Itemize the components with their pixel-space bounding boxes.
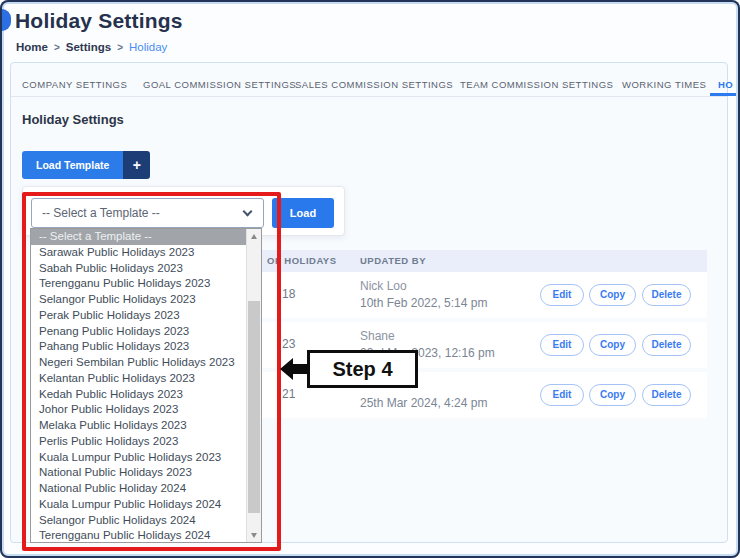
delete-button[interactable]: Delete (642, 384, 691, 406)
edit-button[interactable]: Edit (540, 284, 584, 306)
column-header-updated-by: UPDATED BY (360, 250, 426, 272)
dropdown-option[interactable]: Johor Public Holidays 2023 (31, 402, 246, 418)
dropdown-option[interactable]: Kelantan Public Holidays 2023 (31, 371, 246, 387)
dropdown-option[interactable]: Kuala Lumpur Public Holidays 2023 (31, 450, 246, 466)
section-heading: Holiday Settings (22, 112, 124, 127)
template-select[interactable]: -- Select a Template -- (31, 198, 264, 228)
dropdown-option[interactable]: Terengganu Public Holidays 2023 (31, 276, 246, 292)
tab-sales-commission-settings[interactable]: SALES COMMISSION SETTINGS (295, 79, 453, 90)
scroll-up-icon[interactable] (247, 229, 261, 243)
dropdown-option[interactable]: Selangor Public Holidays 2024 (31, 513, 246, 529)
holiday-count: 18 (282, 287, 295, 301)
updated-date: 25th Mar 2024, 4:24 pm (360, 396, 487, 410)
tab-working-times[interactable]: WORKING TIMES (622, 79, 706, 90)
edit-button[interactable]: Edit (540, 384, 584, 406)
dropdown-option[interactable]: Penang Public Holidays 2023 (31, 324, 246, 340)
breadcrumb-separator: > (117, 42, 123, 53)
dropdown-option[interactable]: Pahang Public Holidays 2023 (31, 339, 246, 355)
load-template-label: Load Template (22, 151, 123, 179)
dropdown-option[interactable]: Sarawak Public Holidays 2023 (31, 245, 246, 261)
updated-date: 10th Feb 2022, 5:14 pm (360, 296, 487, 310)
delete-button[interactable]: Delete (642, 284, 691, 306)
delete-button[interactable]: Delete (642, 334, 691, 356)
dropdown-option[interactable]: Perak Public Holidays 2023 (31, 308, 246, 324)
copy-button[interactable]: Copy (589, 334, 636, 356)
tab-company-settings[interactable]: COMPANY SETTINGS (22, 79, 127, 90)
dropdown-option-selected[interactable]: -- Select a Template -- (31, 229, 246, 245)
breadcrumb: Home > Settings > Holiday (16, 41, 167, 53)
column-header-holidays: OF HOLIDAYS (267, 250, 337, 272)
app-window: Holiday Settings Home > Settings > Holid… (0, 0, 740, 558)
tab-holiday-active[interactable]: HO (718, 79, 733, 90)
tabs-divider (11, 96, 727, 97)
tab-goal-commission-settings[interactable]: GOAL COMMISSION SETTINGS (143, 79, 296, 90)
holiday-count: 23 (282, 337, 295, 351)
dropdown-option[interactable]: Negeri Sembilan Public Holidays 2023 (31, 355, 246, 371)
dropdown-option[interactable]: Terengganu Public Holidays 2024 (31, 528, 246, 544)
dropdown-option[interactable]: National Public Holiday 2024 (31, 481, 246, 497)
copy-button[interactable]: Copy (589, 284, 636, 306)
annotation-step-label: Step 4 (307, 350, 418, 388)
dropdown-option[interactable]: Perlis Public Holidays 2023 (31, 434, 246, 450)
breadcrumb-settings[interactable]: Settings (66, 41, 111, 53)
dropdown-scrollbar[interactable] (246, 229, 261, 542)
chevron-down-icon (243, 207, 253, 217)
copy-button[interactable]: Copy (589, 384, 636, 406)
corner-decoration (2, 9, 11, 31)
template-dropdown-list: -- Select a Template -- Sarawak Public H… (30, 228, 262, 543)
dropdown-option[interactable]: Kedah Public Holidays 2023 (31, 387, 246, 403)
edit-button[interactable]: Edit (540, 334, 584, 356)
load-button[interactable]: Load (272, 198, 334, 228)
dropdown-option[interactable]: Kuala Lumpur Public Holidays 2024 (31, 497, 246, 513)
page-title: Holiday Settings (15, 9, 183, 33)
load-template-button[interactable]: Load Template + (22, 151, 150, 179)
scrollbar-thumb[interactable] (248, 301, 260, 513)
dropdown-option[interactable]: Melaka Public Holidays 2023 (31, 418, 246, 434)
dropdown-option[interactable]: Sabah Public Holidays 2023 (31, 261, 246, 277)
dropdown-option[interactable]: Selangor Public Holidays 2023 (31, 292, 246, 308)
annotation-arrow-left-icon (280, 356, 308, 382)
dropdown-option[interactable]: National Public Holidays 2023 (31, 465, 246, 481)
template-select-value: -- Select a Template -- (42, 199, 160, 227)
breadcrumb-holiday[interactable]: Holiday (129, 41, 167, 53)
holiday-count: 21 (282, 387, 295, 401)
updated-by-name: Nick Loo (360, 279, 407, 293)
plus-icon[interactable]: + (123, 151, 150, 179)
scroll-down-icon[interactable] (247, 528, 261, 542)
breadcrumb-separator: > (54, 42, 60, 53)
updated-by-name: Shane (360, 329, 395, 343)
breadcrumb-home[interactable]: Home (16, 41, 48, 53)
tab-team-commission-settings[interactable]: TEAM COMMISSION SETTINGS (460, 79, 613, 90)
